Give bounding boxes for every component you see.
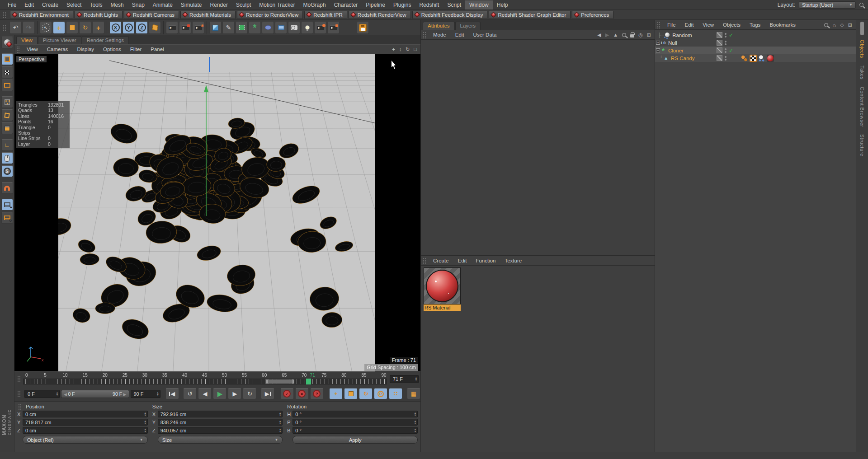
menu-pipeline[interactable]: Pipeline xyxy=(362,0,389,9)
timeline-window-button[interactable]: ▦ xyxy=(407,388,420,399)
render-picture-viewer-button[interactable] xyxy=(179,22,191,34)
search-icon[interactable] xyxy=(824,23,828,27)
obj-menu-file[interactable]: File xyxy=(663,22,680,28)
redshift-lights-button[interactable]: Redshift Lights xyxy=(75,11,123,19)
tweak-mode-button[interactable] xyxy=(1,152,13,164)
zoom-view-icon[interactable]: ↕ xyxy=(399,47,402,52)
menu-motion-tracker[interactable]: Motion Tracker xyxy=(255,0,299,9)
target-icon[interactable]: ◎ xyxy=(638,32,643,38)
stepper-icon[interactable]: ▴▾ xyxy=(415,377,417,381)
enabled-check-icon[interactable]: ✓ xyxy=(729,47,733,54)
redshift-renderview-button[interactable]: Redshift RenderView xyxy=(349,11,411,19)
attr-menu-edit[interactable]: Edit xyxy=(451,32,469,37)
workplane-mode-button[interactable] xyxy=(1,80,13,91)
tab-render-settings[interactable]: Render Settings xyxy=(82,36,129,44)
texture-mode-button[interactable] xyxy=(1,66,13,78)
current-frame-marker[interactable] xyxy=(306,379,311,384)
menu-script[interactable]: Script xyxy=(443,0,465,9)
move-tool[interactable]: + xyxy=(53,22,65,34)
visibility-dots-icon[interactable] xyxy=(725,41,726,45)
menu-select[interactable]: Select xyxy=(62,0,85,9)
camera-button[interactable] xyxy=(288,22,300,34)
snap-button[interactable] xyxy=(1,182,13,194)
add-cube-button[interactable] xyxy=(209,22,222,34)
drag-grip[interactable] xyxy=(657,22,661,28)
goto-start-button[interactable]: ◀ xyxy=(165,388,179,399)
maximize-view-icon[interactable]: □ xyxy=(414,47,417,52)
new-panel-icon[interactable]: ⊞ xyxy=(848,22,852,28)
render-settings-button[interactable]: ✱ xyxy=(192,22,204,34)
lock-z-axis-button[interactable]: Z xyxy=(136,22,148,34)
redo-button[interactable]: ↷ xyxy=(23,22,35,34)
animate-render-a-button[interactable] xyxy=(314,22,326,34)
rotation-p-field[interactable]: 0 °▴▾ xyxy=(292,419,418,426)
search-icon[interactable] xyxy=(859,3,863,7)
key-scale-toggle[interactable] xyxy=(344,388,358,399)
menu-mograph[interactable]: MoGraph xyxy=(299,0,330,9)
side-tab-content-browser[interactable]: Content Browser xyxy=(859,83,865,131)
drag-grip[interactable] xyxy=(423,32,427,38)
uvw-tag-icon[interactable] xyxy=(750,55,757,62)
tab-attributes[interactable]: Attributes xyxy=(423,22,455,30)
redshift-feedback-display-button[interactable]: Redshift Feedback Display xyxy=(412,11,488,19)
soft-selection-button[interactable]: S xyxy=(1,165,13,177)
redshift-materials-button[interactable]: Redshift Materials xyxy=(180,11,236,19)
mat-menu-function[interactable]: Function xyxy=(471,258,500,263)
menu-edit[interactable]: Edit xyxy=(20,0,38,9)
parent-up-icon[interactable]: ▲ xyxy=(613,32,618,37)
rotation-b-field[interactable]: 0 °▴▾ xyxy=(292,427,418,434)
mat-menu-create[interactable]: Create xyxy=(429,258,453,263)
tab-picture-viewer[interactable]: Picture Viewer xyxy=(38,36,81,44)
live-selection-tool[interactable]: ↖ xyxy=(40,22,52,34)
drag-grip[interactable] xyxy=(17,390,21,397)
volume-button[interactable] xyxy=(262,22,274,34)
timeline-ruler[interactable]: 05101520253035404550556065707580859071 xyxy=(23,373,387,385)
tab-layers[interactable]: Layers xyxy=(455,22,481,30)
layer-toggle-icon[interactable] xyxy=(717,55,722,61)
size-z-field[interactable]: 940.057 cm▴▾ xyxy=(158,427,283,434)
menu-character[interactable]: Character xyxy=(330,0,362,9)
side-tab-takes[interactable]: Takes xyxy=(859,62,865,83)
autokey-button[interactable]: ● xyxy=(295,388,309,399)
next-key-button[interactable]: ↻ xyxy=(243,388,256,399)
stepper-icon[interactable]: ▴▾ xyxy=(157,392,158,396)
menu-animate[interactable]: Animate xyxy=(149,0,177,9)
preview-range-handle[interactable] xyxy=(266,379,294,384)
size-mode-dropdown[interactable]: Size▼ xyxy=(158,436,283,444)
history-back-icon[interactable]: ◀ xyxy=(597,32,601,38)
material-item[interactable]: RS Material xyxy=(424,267,461,311)
phong-tag-icon[interactable] xyxy=(758,55,765,62)
align-workplane-button[interactable]: ↻ xyxy=(1,212,13,224)
vmenu-cameras[interactable]: Cameras xyxy=(42,47,73,52)
key-point-level-toggle[interactable]: ∷ xyxy=(389,388,402,399)
layer-toggle-icon[interactable] xyxy=(717,32,722,38)
size-x-field[interactable]: 792.916 cm▴▾ xyxy=(158,411,283,417)
menu-create[interactable]: Create xyxy=(38,0,62,9)
last-tool[interactable]: + xyxy=(92,22,104,34)
stepper-icon[interactable]: ▴▾ xyxy=(57,392,58,396)
coordinate-system-button[interactable] xyxy=(149,22,161,34)
vmenu-view[interactable]: View xyxy=(22,47,42,52)
drag-grip[interactable] xyxy=(3,24,7,31)
size-y-field[interactable]: 838.246 cm▴▾ xyxy=(158,419,283,426)
position-y-field[interactable]: 719.817 cm▴▾ xyxy=(23,419,148,426)
expand-icon[interactable]: + xyxy=(656,41,660,45)
menu-help[interactable]: Help xyxy=(493,0,512,9)
attr-menu-user-data[interactable]: User Data xyxy=(469,32,501,37)
redshift-shader-graph-editor-button[interactable]: Redshift Shader Graph Editor xyxy=(489,11,571,19)
obj-menu-objects[interactable]: Objects xyxy=(718,22,745,28)
viewport-canvas[interactable] xyxy=(14,54,420,371)
key-parameter-toggle[interactable]: P xyxy=(374,388,387,399)
menu-render[interactable]: Render xyxy=(206,0,232,9)
visibility-dots-icon[interactable] xyxy=(725,56,726,61)
frame-range-slider[interactable]: ◀ 0 F 90 F ▶ xyxy=(61,390,129,398)
rotation-h-field[interactable]: 0 °▴▾ xyxy=(292,411,418,417)
tree-row-random[interactable]: ├─ Random ✓ xyxy=(655,31,856,39)
lock-workplane-button[interactable]: 🔒︎ xyxy=(1,199,13,211)
drag-grip[interactable] xyxy=(16,46,20,53)
menu-sculpt[interactable]: Sculpt xyxy=(232,0,255,9)
lock-x-axis-button[interactable]: X xyxy=(109,22,122,34)
menu-file[interactable]: File xyxy=(4,0,20,9)
make-editable-button[interactable] xyxy=(1,37,13,48)
keyframe-selection-button[interactable]: ? xyxy=(310,388,324,399)
